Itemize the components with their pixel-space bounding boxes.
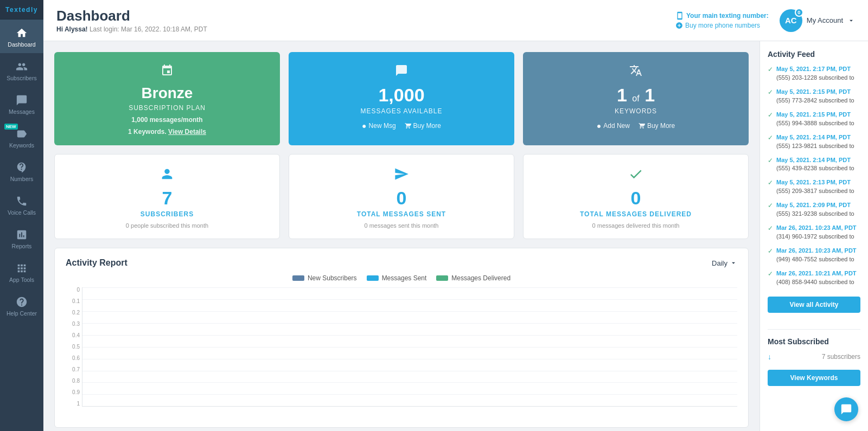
activity-check-icon: ✓ bbox=[768, 134, 773, 141]
activity-check-icon: ✓ bbox=[768, 202, 773, 209]
page-title: Dashboard bbox=[56, 8, 207, 24]
legend-messages-sent: Messages Sent bbox=[367, 274, 427, 282]
activity-text: May 5, 2021. 2:09 PM, PDT (555) 321-9238… bbox=[776, 201, 854, 218]
activity-text: May 5, 2021. 2:15 PM, PDT (555) 994-3888… bbox=[776, 111, 854, 128]
phone-icon bbox=[675, 11, 684, 20]
subscribers-card-icon bbox=[159, 166, 175, 182]
messages-sent-icon-wrapper bbox=[300, 166, 503, 184]
view-details-link[interactable]: View Details bbox=[168, 128, 206, 136]
messages-sent-card: 0 TOTAL MESSAGES SENT 0 messages sent th… bbox=[289, 154, 514, 239]
chart-area: 1 0.9 0.8 0.7 0.6 0.5 0.4 0.3 0.2 0.1 0 bbox=[66, 287, 737, 417]
report-header: Activity Report Daily bbox=[66, 258, 737, 268]
messages-sent-value: 0 bbox=[300, 188, 503, 208]
activity-text: May 5, 2021. 2:17 PM, PDT (555) 203-1228… bbox=[776, 65, 854, 82]
buy-more-numbers[interactable]: Buy more phone numbers bbox=[675, 22, 769, 29]
main-texting-number: Your main texting number: bbox=[675, 11, 769, 20]
messages-sent-label: TOTAL MESSAGES SENT bbox=[300, 210, 503, 218]
header-right: Your main texting number: Buy more phone… bbox=[675, 9, 855, 32]
buy-more-messages-link[interactable]: Buy More bbox=[405, 121, 441, 130]
y-label-07: 0.7 bbox=[66, 367, 82, 372]
grid-line-8 bbox=[82, 371, 737, 383]
report-filter-dropdown[interactable]: Daily bbox=[712, 259, 737, 267]
subscribed-item-1: ↓ 7 subscribers bbox=[768, 352, 860, 361]
activity-item: ✓ May 5, 2021. 2:17 PM, PDT (555) 203-12… bbox=[768, 65, 860, 82]
chat-icon bbox=[840, 403, 852, 415]
header-left: Dashboard Hi Alyssa! Last login: Mar 16,… bbox=[56, 8, 207, 33]
activity-item: ✓ Mar 26, 2021. 10:23 AM, PDT (314) 960-… bbox=[768, 224, 860, 241]
keywords-label: KEYWORDS bbox=[534, 107, 738, 115]
activity-text: May 5, 2021. 2:15 PM, PDT (555) 773-2842… bbox=[776, 88, 854, 105]
sidebar-item-messages[interactable]: Messages bbox=[0, 87, 43, 120]
view-keywords-button[interactable]: View Keywords bbox=[768, 370, 860, 386]
subscribed-count: 7 subscribers bbox=[822, 353, 860, 361]
sidebar-item-numbers[interactable]: Numbers bbox=[0, 154, 43, 188]
sidebar-item-subscribers[interactable]: Subscribers bbox=[0, 53, 43, 87]
texting-number-label: Your main texting number: bbox=[686, 12, 769, 20]
grid-line-9 bbox=[82, 382, 737, 394]
sidebar-item-app-tools[interactable]: App Tools bbox=[0, 255, 43, 288]
grid-line-10 bbox=[82, 394, 737, 406]
account-label[interactable]: My Account bbox=[807, 16, 843, 24]
sidebar-item-help-center[interactable]: Help Center bbox=[0, 288, 43, 322]
legend-label-messages-sent: Messages Sent bbox=[382, 274, 427, 282]
y-label-04: 0.4 bbox=[66, 333, 82, 338]
subscribed-arrow-icon: ↓ bbox=[768, 352, 771, 361]
messages-delivered-value: 0 bbox=[534, 188, 737, 208]
activity-item: ✓ May 5, 2021. 2:09 PM, PDT (555) 321-92… bbox=[768, 201, 860, 218]
plan-messages-count: 1,000 bbox=[131, 116, 148, 124]
y-label-08: 0.8 bbox=[66, 378, 82, 384]
grid-line-1 bbox=[82, 287, 737, 299]
view-all-activity-button[interactable]: View all Activity bbox=[768, 297, 860, 313]
messages-delivered-sub: 0 messages delivered this month bbox=[534, 222, 737, 229]
header: Dashboard Hi Alyssa! Last login: Mar 16,… bbox=[43, 0, 868, 41]
add-new-label: Add New bbox=[603, 122, 630, 130]
plan-name: Bronze bbox=[65, 85, 269, 102]
sidebar-item-dashboard[interactable]: Dashboard bbox=[0, 20, 43, 53]
new-badge: NEW bbox=[4, 124, 18, 130]
account-section[interactable]: AC 0 My Account bbox=[780, 9, 855, 32]
content-area: Bronze SUBSCRIPTION PLAN 1,000 messages/… bbox=[43, 41, 868, 431]
add-new-keyword-link[interactable]: ● Add New bbox=[597, 121, 630, 130]
activity-report-section: Activity Report Daily New Subscribers Me… bbox=[54, 248, 749, 428]
subscribers-icon-wrapper bbox=[66, 166, 269, 184]
sidebar-item-keywords[interactable]: NEW Keywords bbox=[0, 120, 43, 154]
right-sidebar: Activity Feed ✓ May 5, 2021. 2:17 PM, PD… bbox=[760, 41, 868, 431]
chat-bubble-button[interactable] bbox=[834, 397, 858, 421]
keywords-value: 1 of 1 bbox=[534, 85, 738, 105]
y-label-0: 0 bbox=[66, 287, 82, 293]
activity-item: ✓ May 5, 2021. 2:14 PM, PDT (555) 123-98… bbox=[768, 133, 860, 151]
avatar-initials: AC bbox=[785, 16, 797, 25]
activity-check-icon: ✓ bbox=[768, 270, 773, 278]
buy-more-label: Buy more phone numbers bbox=[685, 22, 760, 29]
messages-available-label: MESSAGES AVAILABLE bbox=[299, 107, 503, 115]
texting-number-section: Your main texting number: Buy more phone… bbox=[675, 11, 769, 29]
messages-delivered-icon-wrapper bbox=[534, 166, 737, 184]
sidebar-item-reports[interactable]: Reports bbox=[0, 221, 43, 255]
keywords-actions: ● Add New Buy More bbox=[534, 121, 738, 130]
buy-more-keywords-link[interactable]: Buy More bbox=[639, 121, 675, 130]
legend-dot-messages-sent bbox=[367, 275, 379, 281]
messages-icon bbox=[16, 94, 28, 106]
plan-subtitle: SUBSCRIPTION PLAN bbox=[65, 104, 269, 112]
section-divider bbox=[768, 329, 860, 330]
sidebar-item-voice-calls[interactable]: Voice Calls bbox=[0, 188, 43, 221]
home-icon bbox=[16, 27, 28, 39]
activity-check-icon: ✓ bbox=[768, 157, 773, 164]
plan-messages-label: messages/month bbox=[150, 116, 203, 124]
messages-available-icon bbox=[299, 64, 503, 80]
activity-text: May 5, 2021. 2:14 PM, PDT (555) 123-9821… bbox=[776, 133, 854, 151]
new-msg-link[interactable]: ● New Msg bbox=[362, 121, 395, 130]
subscribers-icon bbox=[16, 61, 28, 73]
messages-available-value: 1,000 bbox=[299, 85, 503, 105]
messages-available-card: 1,000 MESSAGES AVAILABLE ● New Msg Buy M… bbox=[289, 52, 514, 145]
sidebar-label-help-center: Help Center bbox=[7, 310, 37, 317]
activity-item: ✓ Mar 26, 2021. 10:23 AM, PDT (949) 480-… bbox=[768, 247, 860, 264]
subscribers-card: 7 SUBSCRIBERS 0 people subscribed this m… bbox=[54, 154, 280, 239]
buy-more-keywords-label: Buy More bbox=[647, 122, 675, 130]
activity-check-icon: ✓ bbox=[768, 224, 773, 232]
apptools-icon bbox=[16, 262, 28, 274]
last-login-label: Last login: bbox=[90, 25, 119, 33]
filter-label: Daily bbox=[712, 259, 727, 267]
numbers-icon bbox=[16, 162, 28, 173]
messages-sent-sub: 0 messages sent this month bbox=[300, 222, 503, 229]
